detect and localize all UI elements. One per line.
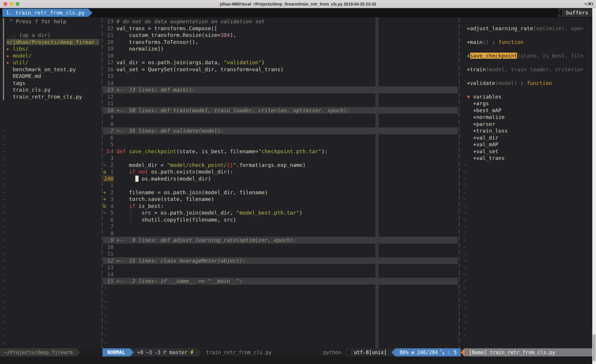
command-line[interactable] <box>0 356 596 364</box>
code-line[interactable]: 1 <box>103 182 458 189</box>
tag-item[interactable]: +val_mAP <box>461 141 592 148</box>
tag-item[interactable]: +args <box>461 100 592 107</box>
code-line[interactable]: b4 if is_best: <box>103 203 458 210</box>
mode-indicator: NORMAL <box>102 348 130 356</box>
tree-item[interactable]: benchmark_on_test.py <box>0 66 102 73</box>
code-line[interactable]: 14 <box>103 80 458 87</box>
window-title: jdhao-MBP.local ~/Projects/deep_firearm/… <box>0 0 596 8</box>
code-line[interactable]: 21 custom_transform.Resize(size=384), <box>103 32 458 39</box>
code-line[interactable]: 14 <box>103 271 458 278</box>
code-line[interactable]: 9 <box>103 114 458 121</box>
code-line[interactable]: 6 │ shutil.copyfile(filename, src) <box>103 216 458 223</box>
code-token: 384 <box>221 32 230 38</box>
tree-item[interactable]: .. (up a dir) <box>0 32 102 39</box>
empty-line-tilde: ~ <box>103 298 458 305</box>
tag-item[interactable]: +val_trans <box>461 155 592 162</box>
empty-line-tilde: ~ <box>461 175 592 182</box>
tag-item[interactable]: +adjust_learning_rate(optimizer, epo> <box>461 25 592 32</box>
code-line[interactable]: 246 os.makedirs(model_dir) <box>103 175 458 182</box>
tree-item[interactable]: ▸ model/ <box>0 52 102 59</box>
window-separator[interactable] <box>459 17 460 348</box>
tree-item[interactable] <box>0 100 102 107</box>
code-line[interactable]: 11 <box>103 100 458 107</box>
tree-item[interactable]: tags <box>0 80 102 87</box>
tag-item[interactable] <box>461 18 592 25</box>
code-line[interactable]: 17val_dir = os.path.join(args.data, "val… <box>103 59 458 66</box>
tree-item[interactable]: train_retr_from_cls.py <box>0 93 102 100</box>
folded-code-line[interactable]: 9+-- 9 lines: def adjust_learning_rate(o… <box>103 237 458 244</box>
tree-item[interactable]: ▸ util/ <box>0 59 102 66</box>
code-token: +train_loss <box>467 128 508 134</box>
tree-item[interactable] <box>0 107 102 114</box>
code-token: function <box>527 80 552 86</box>
code-line[interactable]: ~5 │ src = os.path.join(model_dir, "mode… <box>103 209 458 216</box>
line-number: 17 <box>103 59 113 66</box>
tag-item[interactable]: +train(model, train_loader, criterio> <box>461 66 592 73</box>
tree-item[interactable]: README.md <box>0 73 102 80</box>
code-line[interactable]: 22val_trans = transforms.Compose([ <box>103 25 458 32</box>
scrollbar-thumb[interactable] <box>593 334 595 361</box>
tag-item[interactable]: +save_checkpoint(state, is_best, fil> <box>461 52 592 59</box>
tag-item[interactable] <box>461 73 592 80</box>
folded-code-line[interactable]: 13+-- 73 lines: def main(): <box>103 86 458 93</box>
code-line[interactable]: ~2 model_dir = "model/check_point/{}".fo… <box>103 162 458 169</box>
folded-code-line[interactable]: 12+-- 15 lines: class AverageMeter(objec… <box>103 257 458 264</box>
code-line[interactable]: _34def save_checkpoint(state, is_best, f… <box>103 148 458 155</box>
code-token: (optimizer, epo> <box>533 25 583 31</box>
tree-item[interactable]: </jdhao/Projects/deep_firear› <box>0 39 102 46</box>
folded-code-line[interactable]: 15+-- 2 lines: if __name__ == "__main__"… <box>103 278 458 285</box>
code-line[interactable]: 18 <box>103 52 458 59</box>
code-line[interactable]: 19 normalize]) <box>103 45 458 52</box>
tree-item[interactable]: train_cls.py <box>0 86 102 93</box>
code-line[interactable]: 10 <box>103 244 458 251</box>
tag-item[interactable]: +val_dir <box>461 134 592 141</box>
tree-item[interactable] <box>0 121 102 128</box>
tag-item[interactable]: +normalize <box>461 114 592 121</box>
empty-line-tilde: ~ <box>0 237 102 244</box>
code-line[interactable]: 12 <box>103 93 458 100</box>
code-line[interactable]: 3 <box>103 155 458 162</box>
lines-icon <box>411 348 414 357</box>
code-line[interactable]: 20 transforms.ToTensor(), <box>103 39 458 46</box>
code-line[interactable]: 7 <box>103 223 458 230</box>
window-shortcut-badge: ⌥⌘1 <box>583 0 594 8</box>
code-line[interactable]: 15 <box>103 73 458 80</box>
code-line[interactable]: 13 <box>103 264 458 271</box>
tag-item[interactable] <box>461 86 592 93</box>
line-number: 246 <box>103 175 113 182</box>
code-text: val_dir = os.path.join(args.data, "valid… <box>115 59 265 66</box>
code-line[interactable]: 8 <box>103 121 458 128</box>
tag-item[interactable]: +best_mAP <box>461 107 592 114</box>
scrollbar[interactable] <box>592 8 596 364</box>
tag-item[interactable]: +val_set <box>461 148 592 155</box>
gutter: 13 <box>103 264 115 271</box>
tree-item[interactable]: ▸ libs/ <box>0 45 102 52</box>
tree-item[interactable] <box>0 25 102 32</box>
code-line[interactable]: +3 torch.save(state, filename) <box>103 196 458 203</box>
line-number: 15 <box>103 278 113 285</box>
code-token: variables <box>470 94 501 100</box>
code-line[interactable]: 11 <box>103 250 458 257</box>
folded-code-line[interactable]: 10+-- 50 lines: def train(model, train_l… <box>103 107 458 114</box>
code-line[interactable]: +2 filename = os.path.join(model_dir, fi… <box>103 189 458 196</box>
code-line[interactable]: a1 if not os.path.exists(model_dir): <box>103 168 458 175</box>
tag-item[interactable]: +validate(model) : function <box>461 80 592 87</box>
folded-code-line[interactable]: 7+-- 35 lines: def validate(model): <box>103 127 458 134</box>
window-separator[interactable] <box>102 17 102 348</box>
code-line[interactable]: 8 <box>103 230 458 237</box>
tag-item[interactable] <box>461 59 592 66</box>
tag-item[interactable]: +train_loss <box>461 127 592 134</box>
tag-item[interactable] <box>461 45 592 52</box>
tag-item[interactable]: +main() : function <box>461 39 592 46</box>
tab-active[interactable]: 1. train_retr_from_cls.py <box>2 9 88 17</box>
tag-item[interactable] <box>461 32 592 39</box>
tag-item[interactable]: ▼ variables <box>461 93 592 100</box>
code-line[interactable]: 23# do not do data augmentation on valid… <box>103 18 458 25</box>
tree-item[interactable] <box>0 114 102 121</box>
code-line[interactable]: 5 <box>103 141 458 148</box>
tag-item[interactable]: +parser <box>461 121 592 128</box>
tree-item[interactable]: " Press ? for help <box>0 18 102 25</box>
code-line[interactable]: 6 <box>103 134 458 141</box>
lightning-bolt-icon <box>190 350 194 355</box>
code-line[interactable]: 16val_set = QuerySet(root=val_dir, trans… <box>103 66 458 73</box>
